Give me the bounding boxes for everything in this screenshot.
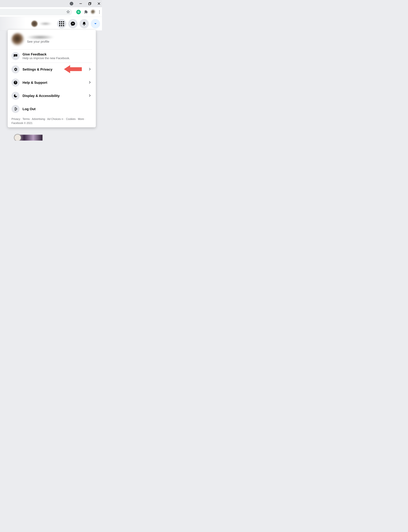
apps-grid-icon <box>59 21 64 26</box>
window-close-button[interactable] <box>97 2 101 5</box>
bell-icon <box>82 21 86 26</box>
browser-menu-button[interactable] <box>98 10 101 14</box>
footer-link-cookies[interactable]: Cookies <box>66 117 76 120</box>
background-content <box>15 135 42 141</box>
extensions-puzzle-icon[interactable] <box>84 10 88 14</box>
browser-profile-avatar[interactable] <box>91 10 95 14</box>
footer-link-privacy[interactable]: Privacy <box>11 117 20 120</box>
footer-link-ad-choices[interactable]: Ad Choices <box>47 117 61 120</box>
profile-name-blurred <box>39 22 52 25</box>
settings-privacy-row[interactable]: Settings & Privacy <box>8 63 96 76</box>
give-feedback-row[interactable]: Give Feedback Help us improve the new Fa… <box>8 49 96 63</box>
svg-rect-2 <box>89 3 90 5</box>
feedback-desc: Help us improve the new Facebook. <box>23 56 70 60</box>
logout-icon <box>11 105 19 113</box>
messenger-button[interactable] <box>68 19 77 28</box>
avatar <box>11 33 24 46</box>
chrome-app-dropdown-icon[interactable] <box>70 2 73 5</box>
question-icon <box>11 79 19 87</box>
browser-toolbar: G <box>0 7 102 17</box>
moon-icon <box>11 92 19 100</box>
caret-down-icon <box>93 21 98 26</box>
annotation-arrow <box>64 64 82 74</box>
chevron-right-icon <box>88 67 92 71</box>
menu-item-label: Log Out <box>23 107 36 111</box>
ad-choices-icon <box>61 118 64 120</box>
window-minimize-button[interactable] <box>79 2 83 5</box>
header-profile-button[interactable] <box>31 20 55 27</box>
facebook-header <box>0 17 102 31</box>
account-dropdown-menu: See your profile Give Feedback Help us i… <box>8 30 96 127</box>
profile-subtext: See your profile <box>27 40 53 44</box>
avatar <box>31 20 38 27</box>
footer-link-terms[interactable]: Terms <box>22 117 30 120</box>
notifications-button[interactable] <box>79 19 89 28</box>
menu-item-label: Help & Support <box>23 81 47 85</box>
grammarly-extension-icon[interactable]: G <box>76 10 81 14</box>
messenger-icon <box>70 21 76 26</box>
footer-copyright: Facebook © 2021 <box>11 122 33 124</box>
log-out-row[interactable]: Log Out <box>8 102 96 115</box>
help-support-row[interactable]: Help & Support <box>8 76 96 89</box>
chevron-right-icon <box>88 80 92 85</box>
footer-link-advertising[interactable]: Advertising <box>32 117 45 120</box>
menu-item-label: Settings & Privacy <box>23 67 52 71</box>
gear-icon <box>11 65 19 73</box>
grammarly-g: G <box>77 10 80 14</box>
display-accessibility-row[interactable]: Display & Accessibility <box>8 89 96 102</box>
menu-item-label: Display & Accessibility <box>23 94 60 98</box>
dropdown-footer: Privacy· Terms· Advertising· Ad Choices … <box>8 115 96 125</box>
profile-name-blurred <box>27 35 53 39</box>
address-bar[interactable] <box>0 9 72 15</box>
bookmark-star-icon[interactable] <box>66 10 70 14</box>
footer-link-more[interactable]: More <box>78 117 84 120</box>
feedback-title: Give Feedback <box>23 52 70 56</box>
dropdown-profile-row[interactable]: See your profile <box>8 30 96 49</box>
menu-apps-button[interactable] <box>57 19 66 28</box>
chevron-right-icon <box>88 94 92 98</box>
account-dropdown-button[interactable] <box>91 19 100 28</box>
window-titlebar <box>0 0 102 7</box>
feedback-icon <box>11 52 19 60</box>
window-maximize-button[interactable] <box>88 2 92 5</box>
